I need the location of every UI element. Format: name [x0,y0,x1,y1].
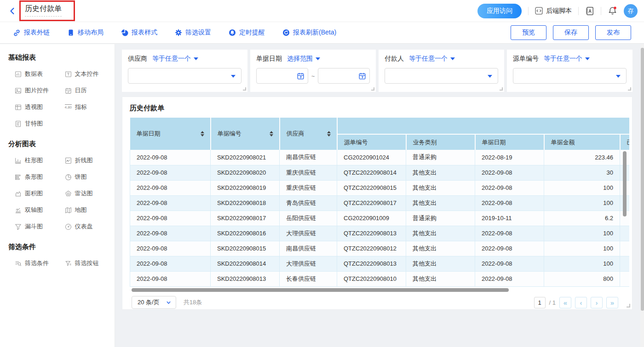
sort-icon[interactable] [327,131,331,137]
column-header-doc-no[interactable]: 单据编号 [211,118,280,150]
table-row[interactable]: 2022-09-08SKD20220908019重庆供应链QTZC2022090… [130,180,630,195]
date-start-input[interactable] [256,68,308,84]
publish-button[interactable]: 发布 [595,25,631,40]
sidebar-item-pivot[interactable]: 透视图 [7,103,58,111]
app-access-button[interactable]: 应用访问 [477,4,522,18]
filter-card-payer[interactable]: 付款人 等于任意一个 [379,50,504,92]
sidebar-item-funnel-chart[interactable]: 漏斗图 [7,222,58,231]
table-row[interactable]: 2022-09-08SKD20220908016大理供应链QTZC2022090… [130,226,630,241]
sidebar-item-map[interactable]: 地图 [58,206,108,214]
column-header-supplier[interactable]: 供应商 [280,118,337,150]
column-header-amount[interactable]: 单据金额 [544,134,620,150]
next-page-button[interactable]: › [591,297,603,308]
page-title[interactable]: 历史付款单 [25,4,62,17]
filter-label: 付款人 [385,55,404,63]
backend-script-button[interactable]: 后端脚本 [535,7,572,15]
prev-page-button[interactable]: ‹ [575,297,587,308]
vertical-scrollbar[interactable] [623,151,627,216]
toolbar-item-mobile-layout[interactable]: 移动布局 [67,28,104,37]
topbar: 历史付款单 应用访问 后端脚本 存 [0,0,644,22]
contacts-button[interactable] [585,6,594,16]
chevron-down-icon [316,57,320,60]
resize-handle[interactable] [500,87,503,91]
filter-operator-dropdown[interactable]: 等于任意一个 [544,55,590,63]
sidebar-item-indicator[interactable]: 4,80指标 [58,103,108,111]
save-button[interactable]: 保存 [553,25,589,40]
sidebar-item-calendar[interactable]: 日历 [58,86,108,95]
table-row[interactable]: 2022-09-08SKD20220908017岳阳供应链CG202209010… [130,210,630,226]
toolbar-item-report-refresh[interactable]: 报表刷新(Beta) [282,28,336,37]
table-row[interactable]: 2022-09-08SKD20220908018青岛供应链QTZC2022090… [130,195,630,210]
source-no-select[interactable] [513,68,627,84]
toolbar-item-filter-settings[interactable]: 筛选设置 [175,28,211,37]
sidebar-item-filter-button[interactable]: 筛选按钮 [58,259,108,267]
sidebar-item-pie-chart[interactable]: 饼图 [58,173,108,181]
sidebar-item-bar-chart[interactable]: 条形图 [7,173,58,181]
payer-select[interactable] [385,68,498,84]
data-table-widget[interactable]: 历史付款单 单据日期 单据编号 供应商 源单编号 [122,97,632,310]
sidebar-item-gauge[interactable]: 仪表盘 [58,222,108,231]
sidebar-item-dual-axis-chart[interactable]: 双轴图 [7,206,58,214]
resize-handle[interactable] [628,87,631,91]
toolbar-item-scheduled-reminder[interactable]: 定时提醒 [229,28,265,37]
supplier-select[interactable] [128,68,242,84]
current-page-box[interactable]: 1 [534,297,546,308]
table-row[interactable]: 2022-09-08SKD20220908021南昌供应链CG202209010… [130,150,630,165]
topbar-actions: 应用访问 后端脚本 存 [477,4,638,18]
column-header-sub-date[interactable]: 单据日期 [475,134,544,150]
page-size-select[interactable]: 20 条/页 [132,296,176,309]
gauge-icon [65,223,72,230]
sidebar-item-radar-chart[interactable]: 雷达图 [58,189,108,198]
sort-icon[interactable] [270,131,273,137]
table-row[interactable]: 2022-09-08SKD20220908020重庆供应链QTZC2022090… [130,165,630,180]
page-scrollbar[interactable] [640,44,644,347]
title-annotation-box: 历史付款单 [19,0,75,21]
column-header-biz-type[interactable]: 业务类别 [406,134,475,150]
filter-operator-dropdown[interactable]: 等于任意一个 [409,55,455,63]
back-button[interactable] [8,7,17,15]
sidebar-item-text-widget[interactable]: 文本控件 [58,70,108,78]
chevron-down-icon [585,57,590,60]
sort-icon[interactable] [201,131,204,137]
sidebar-item-line-chart[interactable]: 折线图 [58,156,108,165]
first-page-button[interactable]: « [559,297,571,308]
toolbar-item-report-style[interactable]: 报表样式 [121,28,157,37]
filter-card-supplier[interactable]: 供应商 等于任意一个 [122,50,247,92]
total-count: 共18条 [184,298,202,307]
resize-handle[interactable] [627,304,630,307]
sidebar-item-filter-condition[interactable]: 筛选条件 [7,259,58,267]
gantt-icon [15,120,22,127]
scrollbar-thumb[interactable] [641,48,644,311]
filter-operator-dropdown[interactable]: 等于任意一个 [152,55,198,63]
column-header-doc-date[interactable]: 单据日期 [130,118,211,150]
chevron-down-icon [488,75,492,78]
resize-handle[interactable] [371,87,374,91]
column-header-source-no[interactable]: 源单编号 [337,134,406,150]
sidebar-item-column-chart[interactable]: 柱形图 [7,156,58,165]
refresh-icon [282,29,290,36]
toolbar-label: 移动布局 [78,28,104,37]
filter-card-source-no[interactable]: 源单编号 等于任意一个 [507,50,632,92]
last-page-button[interactable]: » [606,297,618,308]
sidebar-item-gantt[interactable]: 甘特图 [7,119,58,128]
group-header-cell [337,118,630,134]
chevron-down-icon [616,75,621,78]
column-header-written-off[interactable]: 已核销 [620,134,630,150]
preview-button[interactable]: 预览 [511,25,546,40]
sidebar-item-data-table[interactable]: 数据表 [7,70,58,78]
toolbar-item-external-link[interactable]: 报表外链 [13,28,50,37]
table-row[interactable]: 2022-09-08SKD20220908013长春供应链QTZC2022090… [130,271,630,286]
filter-card-date[interactable]: 单据日期 选择范围 ~ [250,50,376,92]
horizontal-scrollbar[interactable] [132,288,509,292]
chevron-down-icon [194,57,198,60]
filter-operator-dropdown[interactable]: 选择范围 [287,55,320,63]
date-end-input[interactable] [318,68,370,84]
table-row[interactable]: 2022-09-08SKD20220908014大理供应链QTZC2022090… [130,256,630,271]
notifications-button[interactable] [608,6,617,16]
sidebar-item-image-widget[interactable]: 图片控件 [7,86,58,95]
table-row[interactable]: 2022-09-08SKD20220908015南昌供应链QTZC2022090… [130,241,630,256]
payment-table: 单据日期 单据编号 供应商 源单编号 业务类别 单据日期 单据金额 已核销 [130,118,629,287]
resize-handle[interactable] [243,87,246,91]
sidebar-item-area-chart[interactable]: 面积图 [7,189,58,198]
avatar[interactable]: 存 [624,4,638,18]
